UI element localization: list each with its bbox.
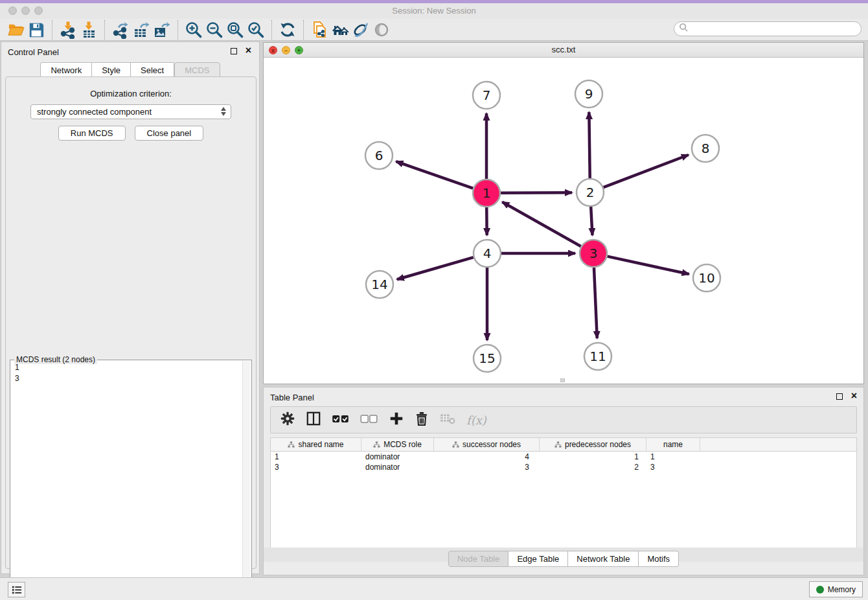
toolbar-separator xyxy=(177,20,178,40)
table-row[interactable]: 3 dominator 3 2 3 xyxy=(271,462,856,472)
network-canvas[interactable]: 1234678910111415 xyxy=(264,58,863,384)
network-graph[interactable]: 1234678910111415 xyxy=(264,58,863,384)
float-panel-icon[interactable] xyxy=(231,48,237,54)
table-header-row: shared name MCDS role successor nodes pr… xyxy=(271,438,856,452)
column-header-name[interactable]: name xyxy=(646,438,700,451)
table-toolbar: f(x) xyxy=(270,406,857,433)
duplicate-network-icon[interactable] xyxy=(309,20,330,40)
result-line: 3 xyxy=(15,373,241,384)
tab-node-table[interactable]: Node Table xyxy=(448,551,509,567)
graph-node-label-2: 2 xyxy=(586,185,595,200)
result-scrollbar[interactable] xyxy=(242,361,251,599)
import-table-icon[interactable] xyxy=(78,20,99,40)
column-header-predecessor-nodes[interactable]: predecessor nodes xyxy=(540,438,646,451)
tab-motifs[interactable]: Motifs xyxy=(639,551,679,567)
column-header-mcds-role[interactable]: MCDS role xyxy=(361,438,434,451)
export-network-icon[interactable] xyxy=(110,20,131,40)
optimization-criterion-label: Optimization criterion: xyxy=(6,89,256,98)
save-session-icon[interactable] xyxy=(26,20,47,40)
graph-edge-2-9[interactable] xyxy=(589,112,589,178)
splitter-handle[interactable] xyxy=(560,378,565,382)
network-view-window: x – + scc.txt 1234678910111415 xyxy=(263,42,864,384)
task-list-button[interactable] xyxy=(8,582,25,597)
graph-edge-3-1[interactable] xyxy=(502,202,580,246)
tab-edge-table[interactable]: Edge Table xyxy=(508,551,568,567)
graph-node-label-6: 6 xyxy=(375,148,383,163)
mcds-panel-body: Optimization criterion: strongly connect… xyxy=(5,76,257,569)
deselect-all-checkboxes-icon[interactable] xyxy=(360,412,378,428)
cell-predecessor-nodes[interactable]: 1 xyxy=(540,452,646,462)
criterion-select[interactable]: strongly connected component xyxy=(30,104,231,119)
delete-table-icon[interactable] xyxy=(439,412,456,428)
close-panel-icon[interactable]: × xyxy=(246,44,251,57)
network-window-titlebar[interactable]: x – + scc.txt xyxy=(264,43,863,58)
status-bar: Memory xyxy=(0,577,868,600)
control-panel-header: Control Panel × xyxy=(1,42,259,62)
run-mcds-button[interactable]: Run MCDS xyxy=(58,126,126,141)
graph-edge-3-10[interactable] xyxy=(607,257,689,274)
graph-node-label-9: 9 xyxy=(585,86,593,102)
graph-edge-1-2[interactable] xyxy=(501,192,572,193)
graph-edge-3-11[interactable] xyxy=(594,268,597,338)
tab-network-table[interactable]: Network Table xyxy=(568,551,639,567)
split-columns-icon[interactable] xyxy=(306,411,321,429)
network-close-button[interactable]: x xyxy=(269,46,277,54)
graph-edge-4-14[interactable] xyxy=(397,257,474,279)
add-column-icon[interactable] xyxy=(389,411,404,429)
graph-edge-1-6[interactable] xyxy=(396,161,473,189)
zoom-selected-icon[interactable] xyxy=(246,20,266,40)
node-table[interactable]: shared name MCDS role successor nodes pr… xyxy=(270,437,857,549)
cell-shared-name[interactable]: 1 xyxy=(271,452,361,462)
cell-name[interactable]: 1 xyxy=(646,452,700,462)
gear-icon[interactable] xyxy=(280,411,295,429)
cell-predecessor-nodes[interactable]: 2 xyxy=(540,462,646,472)
cell-mcds-role[interactable]: dominator xyxy=(361,452,434,462)
graph-node-label-11: 11 xyxy=(589,349,606,364)
list-icon xyxy=(11,584,23,595)
graph-edge-2-8[interactable] xyxy=(604,155,689,187)
graph-node-label-15: 15 xyxy=(479,351,495,366)
app-title: Session: New Session xyxy=(0,3,868,19)
select-all-checkboxes-icon[interactable] xyxy=(332,412,350,428)
table-panel: Table Panel × f(x) shared xyxy=(263,387,864,575)
export-image-icon[interactable] xyxy=(152,20,172,40)
control-panel-title: Control Panel xyxy=(8,47,59,57)
export-table-icon[interactable] xyxy=(131,20,152,40)
app-titlebar: Session: New Session xyxy=(0,3,868,19)
refresh-layout-icon[interactable] xyxy=(277,20,298,40)
window-minimize-button[interactable] xyxy=(21,6,30,15)
float-panel-icon[interactable] xyxy=(836,393,843,400)
zoom-out-icon[interactable] xyxy=(204,20,225,40)
search-input[interactable] xyxy=(674,21,862,36)
cell-shared-name[interactable]: 3 xyxy=(271,462,361,472)
network-window-title: scc.txt xyxy=(264,43,863,57)
delete-column-icon[interactable] xyxy=(415,411,429,429)
function-builder-icon[interactable]: f(x) xyxy=(466,413,486,427)
graph-edge-2-3[interactable] xyxy=(591,207,592,235)
control-panel: Control Panel × Network Style Select MCD… xyxy=(1,41,260,574)
zoom-in-icon[interactable] xyxy=(183,20,204,40)
network-maximize-button[interactable]: + xyxy=(295,46,303,54)
toolbar-separator xyxy=(104,20,105,40)
zoom-fit-icon[interactable] xyxy=(225,20,246,40)
network-minimize-button[interactable]: – xyxy=(282,46,290,54)
mcds-result-text[interactable]: 1 3 xyxy=(12,362,241,599)
home-icon[interactable] xyxy=(330,20,350,40)
column-header-shared-name[interactable]: shared name xyxy=(271,438,361,451)
close-panel-icon[interactable]: × xyxy=(851,389,857,402)
cell-successor-nodes[interactable]: 4 xyxy=(434,452,540,462)
cell-mcds-role[interactable]: dominator xyxy=(361,462,434,472)
cell-name[interactable]: 3 xyxy=(646,462,700,472)
import-network-icon[interactable] xyxy=(58,20,78,40)
column-header-successor-nodes[interactable]: successor nodes xyxy=(434,438,540,451)
close-panel-button[interactable]: Close panel xyxy=(135,126,204,141)
style-brush-icon[interactable] xyxy=(350,20,371,40)
graph-node-label-14: 14 xyxy=(371,277,387,292)
cell-successor-nodes[interactable]: 3 xyxy=(434,462,540,472)
table-row[interactable]: 1 dominator 4 1 1 xyxy=(271,452,856,462)
open-folder-icon[interactable] xyxy=(5,20,26,40)
show-graphics-details-icon[interactable] xyxy=(371,20,392,40)
memory-button[interactable]: Memory xyxy=(809,581,863,597)
window-close-button[interactable] xyxy=(8,6,17,15)
window-zoom-button[interactable] xyxy=(34,6,43,15)
